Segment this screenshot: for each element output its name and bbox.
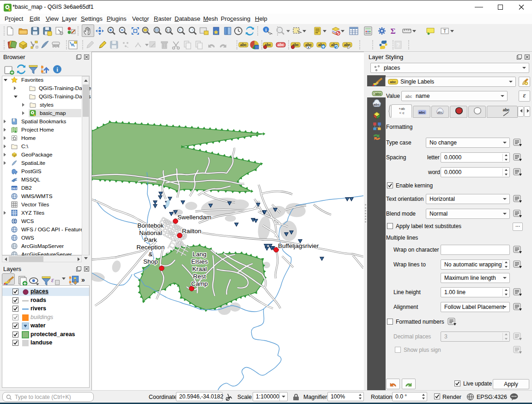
svg-text:Reception: Reception <box>137 244 165 251</box>
svg-text:i: i <box>56 66 58 73</box>
svg-text:Camp: Camp <box>191 280 208 287</box>
svg-text:Buffeljagsrivier: Buffeljagsrivier <box>278 242 319 249</box>
svg-text:1:1: 1:1 <box>166 29 170 32</box>
svg-text:abc: abc <box>503 108 510 112</box>
svg-text:DB2: DB2 <box>12 187 18 190</box>
svg-text:Kraal: Kraal <box>192 265 207 272</box>
svg-text:abc: abc <box>375 92 382 96</box>
svg-text:abc: abc <box>419 110 425 115</box>
svg-text:Rest: Rest <box>193 273 206 280</box>
svg-text:Park: Park <box>144 236 157 243</box>
svg-text:Bontebok: Bontebok <box>137 222 163 229</box>
svg-text:Railton: Railton <box>182 228 201 235</box>
svg-text:&: & <box>148 251 152 258</box>
svg-text:+ab: +ab <box>399 107 405 111</box>
svg-text:?: ? <box>396 42 399 48</box>
svg-text:abc: abc <box>390 80 396 84</box>
svg-text:Σ: Σ <box>390 27 395 36</box>
svg-text:abc: abc <box>437 110 443 115</box>
svg-text:T: T <box>443 28 447 34</box>
svg-text:abc: abc <box>240 42 247 47</box>
svg-text:ε: ε <box>51 276 54 283</box>
svg-text:Shop: Shop <box>143 258 158 265</box>
svg-text:abc: abc <box>374 103 380 107</box>
svg-text:Elsies: Elsies <box>191 258 208 265</box>
svg-text:i: i <box>266 27 267 32</box>
svg-text:abc: abc <box>405 94 412 99</box>
svg-text:Lang: Lang <box>193 251 206 258</box>
svg-text:abc: abc <box>278 42 284 47</box>
svg-text:Swellendam: Swellendam <box>177 214 212 221</box>
svg-text:< c: < c <box>399 111 405 115</box>
svg-text:National: National <box>139 229 162 236</box>
